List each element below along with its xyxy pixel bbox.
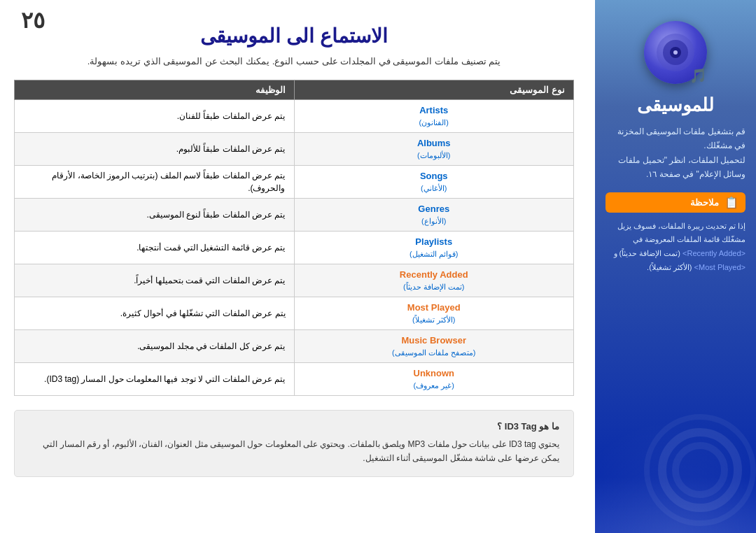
sidebar-reflection [595,477,756,533]
info-box: ما هو ID3 Tag ؟ يحتوي ID3 tag على بيانات… [14,410,574,477]
sidebar-description: قم بتشغيل ملفات الموسيقى المخزنة في مشغّ… [606,125,746,182]
note-icon: 📋 [724,196,738,209]
note-content: إذا تم تحديث ريبرة الملفات، فسوف يزيل مش… [606,220,746,275]
table-row-type: Unknown(غير معروف) [294,362,574,395]
table-row-type: Genres(الأنواع) [294,198,574,231]
table-row-func: يتم عرض الملفات طبقاً للفنان. [15,99,295,132]
music-note-icon: 🎵 [690,67,707,84]
music-table: نوع الموسيقى الوظيفه Artists(الفنانون)يت… [14,80,574,396]
table-row-func: يتم عرض كل الملفات في مجلد الموسيقى. [15,329,295,362]
music-icon-bg: 🎵 [644,21,707,84]
note-badge: ملاحظة 📋 [606,192,746,213]
music-icon [657,34,695,72]
table-row-func: يتم عرض الملفات التي لا توجد فيها المعلو… [15,362,295,395]
table-row-func: يتم عرض الملفات طبقاً لنوع الموسيقى. [15,198,295,231]
table-row-type: Albums(الألبومات) [294,132,574,165]
page-number: ٢٥ [21,7,45,34]
table-row-type: Music Browser(متصفح ملفات الموسيقى) [294,329,574,362]
music-icon-container: 🎵 [644,21,707,84]
table-header-func: الوظيفه [15,80,295,99]
table-row-type: Songs(الأغاني) [294,165,574,198]
info-box-text: يحتوي ID3 tag على بيانات حول ملفات MP3 و… [29,437,559,466]
table-row-func: يتم عرض الملفات التي قمت بتحميلها أخيراً… [15,264,295,297]
note-label: ملاحظة [690,197,719,208]
table-row-type: Most Played(الأكثر تشغيلاً) [294,297,574,329]
info-box-title: ما هو ID3 Tag ؟ [29,421,559,432]
main-content: ٢٥ الاستماع الى الموسيقى يتم تصنيف ملفات… [0,0,595,533]
table-row-func: يتم عرض الملفات التي تشغّلها في أحوال كث… [15,297,295,329]
sidebar: 🎵 للموسيقى قم بتشغيل ملفات الموسيقى المخ… [595,0,756,533]
table-row-func: يتم عرض الملفات طبقاً لاسم الملف (بترتيب… [15,165,295,198]
sidebar-title: للموسيقى [637,94,714,116]
table-row-type: Artists(الفنانون) [294,99,574,132]
page-subtitle: يتم تصنيف ملفات الموسيقى في المجلدات على… [14,55,574,69]
table-row-func: يتم عرض الملفات طبقاً للألبوم. [15,132,295,165]
table-row-type: Recently Added(تمت الإضافة حديثاً) [294,264,574,297]
table-row-type: Playlists(قوائم التشغيل) [294,231,574,264]
page-title: الاستماع الى الموسيقى [14,24,574,48]
table-row-func: يتم عرض قائمة التشغيل التي قمت أنتجتها. [15,231,295,264]
table-header-type: نوع الموسيقى [294,80,574,99]
svg-point-3 [673,50,678,55]
